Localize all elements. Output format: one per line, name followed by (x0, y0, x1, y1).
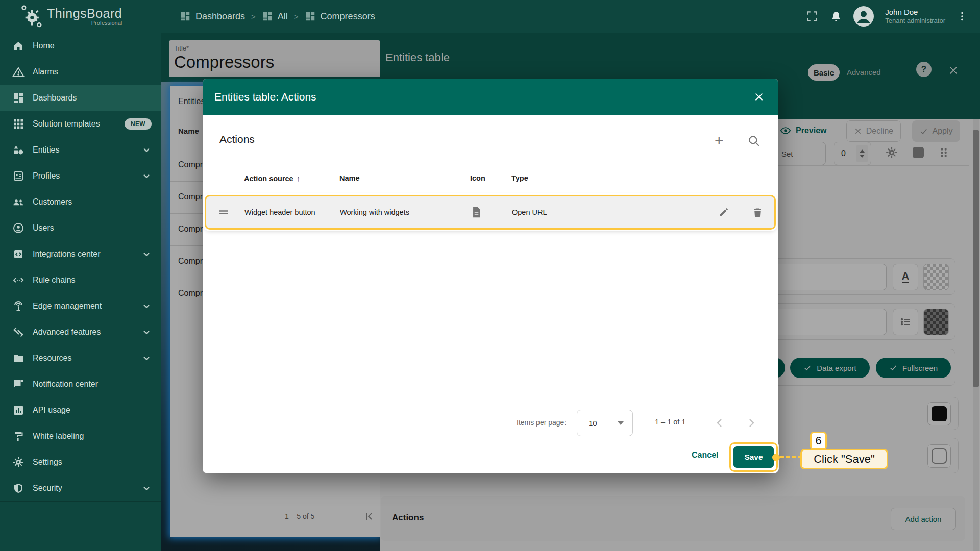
cell-type: Open URL (512, 196, 547, 228)
chart-icon (12, 404, 24, 416)
dropdown-arrow-icon (617, 420, 624, 425)
cell-action-source: Widget header button (244, 196, 315, 228)
sidebar-item-advanced-features[interactable]: Advanced features (0, 319, 161, 345)
section-title: Actions (219, 133, 255, 145)
home-icon (12, 40, 24, 52)
dashboards-icon (262, 11, 273, 22)
gear-icon (12, 456, 24, 468)
app-logo[interactable]: ThingsBoard Professional (19, 4, 122, 28)
sidebar-item-alarms[interactable]: Alarms (0, 59, 161, 85)
antenna-icon (12, 300, 24, 312)
search-icon[interactable] (747, 134, 761, 147)
app-name: ThingsBoard (47, 6, 122, 21)
add-action-icon[interactable]: + (715, 133, 724, 148)
chevron-down-icon (141, 145, 152, 155)
sidebar-item-settings[interactable]: Settings (0, 449, 161, 475)
chevron-down-icon (141, 301, 152, 311)
close-icon[interactable] (753, 91, 765, 103)
fullscreen-icon[interactable] (805, 10, 819, 23)
alarm-icon (12, 66, 24, 78)
sidebar-item-edge-management[interactable]: Edge management (0, 293, 161, 319)
column-header-name[interactable]: Name (339, 174, 360, 182)
drag-handle-icon[interactable] (217, 196, 230, 228)
breadcrumb-separator: > (251, 12, 256, 21)
sidebar-item-home[interactable]: Home (0, 33, 161, 59)
breadcrumb-all[interactable]: All (262, 11, 288, 22)
sidebar-item-solution-templates[interactable]: Solution templates NEW (0, 111, 161, 137)
integration-icon (12, 248, 24, 260)
cell-name: Working with widgets (340, 196, 409, 228)
thingsboard-app: Title* Compressors Entities table Name C… (0, 0, 980, 551)
rule-chain-icon (12, 274, 24, 286)
save-highlight-ring (729, 442, 778, 472)
sidebar-item-dashboards[interactable]: Dashboards (0, 85, 161, 111)
notifications-bell-icon[interactable] (830, 10, 842, 22)
next-page-icon[interactable] (745, 417, 757, 429)
dashboards-icon (12, 92, 24, 104)
annotation-label: Click "Save" (800, 449, 888, 469)
avatar[interactable] (853, 6, 874, 27)
pagination-range: 1 – 1 of 1 (655, 418, 685, 426)
sidebar-item-resources[interactable]: Resources (0, 345, 161, 371)
sidebar-item-integrations-center[interactable]: Integrations center (0, 241, 161, 267)
badge-icon (12, 170, 24, 182)
user-role: Tenant administrator (885, 17, 945, 25)
breadcrumb: Dashboards > All > Compressors (180, 0, 375, 33)
grid-icon (12, 118, 24, 130)
dashboards-icon (305, 11, 316, 22)
chevron-down-icon (141, 483, 152, 493)
items-per-page-select[interactable]: 10 (577, 410, 633, 436)
actions-dialog: Entities table: Actions Actions + Action… (203, 79, 778, 473)
cancel-button[interactable]: Cancel (692, 450, 718, 460)
chevron-down-icon (141, 249, 152, 259)
edit-pencil-icon[interactable] (718, 196, 730, 228)
sidebar-item-profiles[interactable]: Profiles (0, 163, 161, 189)
chevron-down-icon (141, 353, 152, 363)
action-table-row[interactable]: Widget header button Working with widget… (205, 195, 776, 230)
column-header-action-source[interactable]: Action source ↑ (244, 174, 300, 183)
folder-icon (12, 352, 24, 364)
sidebar-item-rule-chains[interactable]: Rule chains (0, 267, 161, 293)
previous-page-icon[interactable] (714, 417, 726, 429)
paint-icon (12, 430, 24, 442)
dialog-header: Entities table: Actions (203, 79, 778, 115)
sidebar-item-users[interactable]: Users (0, 215, 161, 241)
sidebar-item-notification-center[interactable]: Notification center (0, 371, 161, 397)
tools-icon (12, 326, 24, 338)
annotation-connector-line (780, 456, 802, 458)
people-icon (12, 196, 24, 208)
column-header-type[interactable]: Type (511, 174, 528, 182)
annotation-connector-dot (772, 454, 780, 461)
sidebar-item-entities[interactable]: Entities (0, 137, 161, 163)
top-header: ThingsBoard Professional Dashboards > Al… (0, 0, 980, 33)
file-document-icon (470, 196, 483, 228)
dialog-pagination: Items per page: 10 1 – 1 of 1 (203, 410, 778, 436)
breadcrumb-dashboards[interactable]: Dashboards (180, 11, 245, 22)
sidebar-item-security[interactable]: Security (0, 475, 161, 502)
sidebar-item-white-labeling[interactable]: White labeling (0, 423, 161, 449)
sort-ascending-icon: ↑ (297, 174, 301, 183)
breadcrumb-separator: > (294, 12, 299, 21)
user-name: John Doe (885, 8, 945, 17)
sidebar: Home Alarms Dashboards Solution template… (0, 33, 161, 551)
sidebar-item-api-usage[interactable]: API usage (0, 397, 161, 423)
chevron-down-icon (141, 327, 152, 337)
app-subtitle: Professional (91, 20, 122, 26)
delete-trash-icon[interactable] (751, 196, 764, 228)
annotation-step-number: 6 (810, 432, 827, 450)
shapes-icon (12, 144, 24, 156)
thingsboard-logo-icon (19, 4, 43, 28)
breadcrumb-compressors[interactable]: Compressors (305, 11, 375, 22)
new-badge: NEW (125, 118, 152, 130)
shield-icon (12, 482, 24, 494)
items-per-page-label: Items per page: (517, 418, 566, 427)
dialog-title: Entities table: Actions (214, 91, 316, 103)
dashboards-icon (180, 11, 191, 22)
sidebar-item-customers[interactable]: Customers (0, 189, 161, 215)
chevron-down-icon (141, 171, 152, 181)
column-header-icon[interactable]: Icon (470, 174, 485, 182)
person-icon (12, 222, 24, 234)
kebab-menu-icon[interactable] (957, 11, 968, 22)
notification-icon (12, 378, 24, 390)
